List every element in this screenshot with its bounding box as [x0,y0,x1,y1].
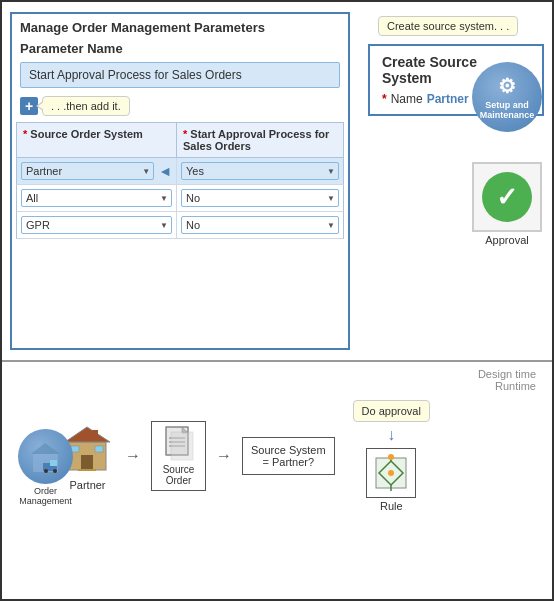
name-required-star: * [382,92,387,106]
svg-rect-7 [92,430,98,440]
right-panel: Create source system. . . Create Source … [350,2,552,360]
col1-header: * Source Order System [17,123,177,157]
table-row: Partner ◄ Yes [16,158,344,185]
bottom-section: Design time Runtime [2,362,552,524]
rule-label: Rule [380,500,403,512]
rule-box: Rule [366,448,416,512]
svg-rect-2 [81,455,93,470]
approval-select-1[interactable]: Yes [181,162,339,180]
td-source-3: GPR [17,212,177,238]
approval-label: Approval [485,234,528,246]
col2-label: Start Approval Process for Sales Orders [183,128,329,152]
tooltip-bubble: Create source system. . . [378,16,518,36]
left-panel: Manage Order Management Parameters Param… [10,12,350,350]
top-section: Manage Order Management Parameters Param… [2,2,552,362]
source-select-wrapper-1: Partner [21,162,154,180]
document-icon [164,426,194,462]
td-approval-3: No [177,212,343,238]
col1-label: Source Order System [30,128,143,140]
approval-select-2[interactable]: No [181,189,339,207]
approval-select-wrapper-2: No [181,189,339,207]
param-name-row: Parameter Name [12,39,348,60]
name-label: Name [391,92,423,106]
svg-rect-24 [50,460,57,466]
runtime-label: Runtime [495,380,536,392]
approval-select-wrapper-1: Yes [181,162,339,180]
svg-rect-5 [78,469,96,471]
rule-svg [371,453,411,493]
setup-label: Setup andMaintenance [480,100,535,120]
then-add-bubble: . . .then add it. [42,96,130,116]
condition-box: Source System = Partner? [242,437,335,475]
source-select-wrapper-2: All [21,189,172,207]
approval-container: ✓ Approval [472,162,542,246]
svg-point-19 [388,470,394,476]
order-management-icon[interactable] [18,429,73,484]
approval-select-3[interactable]: No [181,216,339,234]
bottom-flow: Partner → Source Order [10,392,544,520]
order-management-container: Order Management [18,429,73,506]
source-select-2[interactable]: All [21,189,172,207]
table-header-row: * Source Order System * Start Approval P… [16,122,344,158]
svg-rect-14 [171,432,193,460]
panel-title: Manage Order Management Parameters [12,14,348,39]
source-select-3[interactable]: GPR [21,216,172,234]
condition-text: Source System = Partner? [251,444,326,468]
outer-container: Manage Order Management Parameters Param… [0,0,554,601]
col2-header: * Start Approval Process for Sales Order… [177,123,343,157]
svg-marker-22 [31,443,60,454]
td-approval-2: No [177,185,343,211]
td-source-2: All [17,185,177,211]
order-mgmt-svg [28,439,63,474]
checkmark-icon: ✓ [482,172,532,222]
search-bar-value[interactable]: Start Approval Process for Sales Orders [20,62,340,88]
param-name-label: Parameter Name [20,41,123,56]
table-row: GPR No [16,212,344,239]
setup-maintenance-container: ⚙ Setup andMaintenance [472,62,542,132]
td-source-1: Partner ◄ [17,158,177,184]
svg-point-26 [53,469,57,473]
setup-maintenance-icon[interactable]: ⚙ Setup andMaintenance [472,62,542,132]
approval-select-wrapper-3: No [181,216,339,234]
source-select-wrapper-3: GPR [21,216,172,234]
svg-rect-4 [95,446,103,452]
order-mgmt-label: Order Management [19,486,72,506]
approval-box[interactable]: ✓ [472,162,542,232]
arrow-left-icon: ◄ [158,163,172,179]
name-value[interactable]: Partner [427,92,469,106]
arrow-right-2: → [216,447,232,465]
down-arrow-icon: ↓ [387,426,395,444]
source-select-1[interactable]: Partner [21,162,154,180]
add-row: + . . .then add it. [12,94,348,122]
do-approval-bubble: Do approval [353,400,430,422]
gear-icon: ⚙ [498,74,516,98]
source-order-label: Source Order [163,464,195,486]
arrow-right-1: → [125,447,141,465]
table-container: * Source Order System * Start Approval P… [16,122,344,239]
table-row: All No [16,185,344,212]
design-time-label: Design time [478,368,536,380]
partner-label: Partner [69,479,105,491]
rule-icon[interactable] [366,448,416,498]
svg-point-20 [388,454,394,460]
source-order-box: Source Order [151,421,206,491]
svg-point-25 [44,469,48,473]
td-approval-1: Yes [177,158,343,184]
